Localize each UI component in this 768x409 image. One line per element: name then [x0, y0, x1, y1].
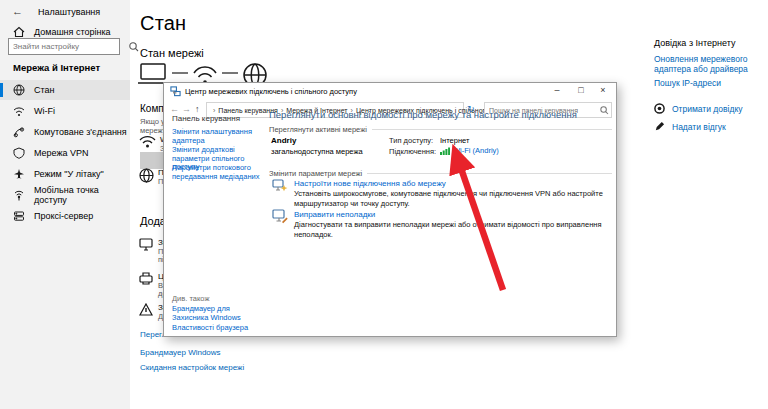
wifi-status-icon	[139, 134, 156, 148]
group-rule	[367, 173, 612, 174]
minimize-button[interactable]: –	[546, 83, 568, 99]
sharing-center-icon	[139, 272, 153, 285]
get-help-label: Отримати довідку	[672, 104, 742, 114]
sidebar-section-header: Мережа й Інтернет	[13, 62, 100, 73]
cpl-link-adapter-settings[interactable]: Змінити налаштування адаптера	[172, 128, 266, 145]
setup-new-connection-desc: Установіть широкосмугове, комутоване під…	[294, 189, 624, 208]
nav-back-icon[interactable]: ←	[170, 104, 179, 114]
nav-up-icon[interactable]: ↑	[195, 104, 200, 114]
properties-button[interactable]	[140, 152, 163, 169]
group-rule	[372, 129, 612, 130]
get-help-row[interactable]: Отримати довідку	[654, 103, 742, 114]
cpl-link-internet-options[interactable]: Властивості браузера	[172, 324, 266, 333]
help-panel-header: Довідка з Інтернету	[654, 38, 735, 48]
new-connection-icon	[272, 178, 288, 194]
network-reset-link[interactable]: Скидання настройок мережі	[140, 363, 244, 372]
wifi-connection-label: Wi-Fi (Andriy)	[453, 146, 499, 155]
dialog-titlebar: Центр мережевих підключень і спільного д…	[164, 83, 616, 100]
sidebar-item-status[interactable]: Стан	[0, 80, 130, 100]
troubleshoot-problems-link[interactable]: Виправити неполадки	[294, 210, 375, 219]
connection-label: Підключення:	[389, 147, 436, 156]
wifi-connection-link[interactable]: Wi-Fi (Andriy)	[440, 146, 499, 155]
feedback-label: Надати відгук	[672, 122, 726, 132]
cpl-home-link[interactable]: Панель керування	[172, 114, 240, 123]
feedback-row[interactable]: Надати відгук	[654, 121, 726, 132]
network-center-icon	[170, 86, 181, 97]
dialup-icon	[13, 126, 25, 138]
sidebar-item-label: Комутоване з'єднання	[34, 127, 127, 137]
vpn-icon	[13, 147, 25, 159]
sidebar-item-label: Стан	[34, 85, 55, 95]
nav-forward-icon[interactable]: →	[182, 104, 191, 114]
troubleshoot-icon	[139, 303, 153, 316]
adapter-settings-icon	[139, 238, 153, 251]
see-also-header: Див. також	[172, 294, 209, 303]
sidebar-item-label: Мобільна точка доступу	[34, 185, 130, 205]
app-title: Налаштування	[38, 7, 100, 17]
proxy-icon	[13, 210, 25, 222]
sidebar-item-wifi[interactable]: Wi-Fi	[0, 101, 130, 121]
network-status-subtitle: Стан мережі	[140, 47, 204, 59]
setup-new-connection-link[interactable]: Настроїти нове підключення або мережу	[294, 179, 446, 188]
cpl-link-defender-firewall[interactable]: Брандмауер для Захисника Windows	[172, 305, 266, 322]
back-icon[interactable]: ←	[12, 5, 23, 17]
help-icon	[654, 103, 665, 114]
sidebar-item-dialup[interactable]: Комутоване з'єднання	[0, 122, 130, 142]
search-icon	[598, 105, 611, 116]
sidebar-item-label: Мережа VPN	[34, 148, 89, 158]
hotspot-icon	[13, 189, 25, 201]
breadcrumb-separator: ›	[213, 107, 215, 114]
home-icon	[13, 26, 25, 38]
wifi-signal-icon	[440, 147, 450, 155]
windows-firewall-link[interactable]: Брандмауер Windows	[140, 348, 221, 357]
change-settings-label: Змінити параметри мережі	[269, 169, 362, 178]
change-settings-group: Змінити параметри мережі	[269, 169, 612, 178]
wifi-icon	[13, 105, 25, 117]
network-name: Andriy	[271, 136, 296, 145]
airplane-icon	[13, 168, 25, 180]
settings-search-input[interactable]	[9, 42, 127, 51]
sidebar-item-label: Режим "У літаку"	[34, 169, 104, 179]
globe-icon	[13, 84, 25, 96]
sidebar-item-label: Проксі-сервер	[34, 211, 93, 221]
close-button[interactable]: ×	[592, 83, 614, 99]
dialog-title: Центр мережевих підключень і спільного д…	[185, 87, 357, 96]
desktop: Стан Стан мережі Комп'ю Якщо у ва мережу…	[0, 0, 768, 409]
sidebar-home-label: Домашня сторінка	[34, 27, 111, 37]
troubleshoot-problems-icon	[272, 208, 288, 224]
active-networks-group: Переглянути активні мережі	[269, 125, 612, 134]
settings-search-box[interactable]	[8, 38, 120, 55]
sidebar-item-hotspot[interactable]: Мобільна точка доступу	[0, 185, 130, 205]
access-type-value: Інтернет	[440, 136, 469, 145]
settings-sidebar: ← Налаштування Домашня сторінка Мережа й…	[0, 0, 130, 409]
maximize-button[interactable]: □	[570, 83, 592, 99]
sidebar-item-airplane[interactable]: Режим "У літаку"	[0, 164, 130, 184]
troubleshoot-problems-desc: Діагностувати та виправити неполадки мер…	[294, 220, 624, 239]
help-link-ip[interactable]: Пошук IP-адреси	[654, 78, 721, 88]
network-sharing-center-window: Центр мережевих підключень і спільного д…	[163, 82, 617, 337]
search-icon	[127, 41, 141, 53]
cpl-heading: Переглянути основні відомості про мережу…	[269, 109, 577, 120]
access-type-label: Тип доступу:	[389, 136, 433, 145]
sidebar-item-label: Wi-Fi	[34, 106, 55, 116]
network-type: загальнодоступна мережа	[271, 147, 363, 156]
sidebar-item-vpn[interactable]: Мережа VPN	[0, 143, 130, 163]
show-networks-icon	[139, 168, 154, 183]
cpl-link-media-streaming[interactable]: Параметри потокового передавання медіада…	[172, 164, 266, 181]
help-link-adapter[interactable]: Оновлення мережевого адаптера або драйве…	[654, 54, 762, 74]
feedback-icon	[654, 121, 665, 132]
sidebar-item-proxy[interactable]: Проксі-сервер	[0, 206, 130, 226]
page-title: Стан	[140, 12, 186, 35]
active-networks-label: Переглянути активні мережі	[269, 125, 367, 134]
